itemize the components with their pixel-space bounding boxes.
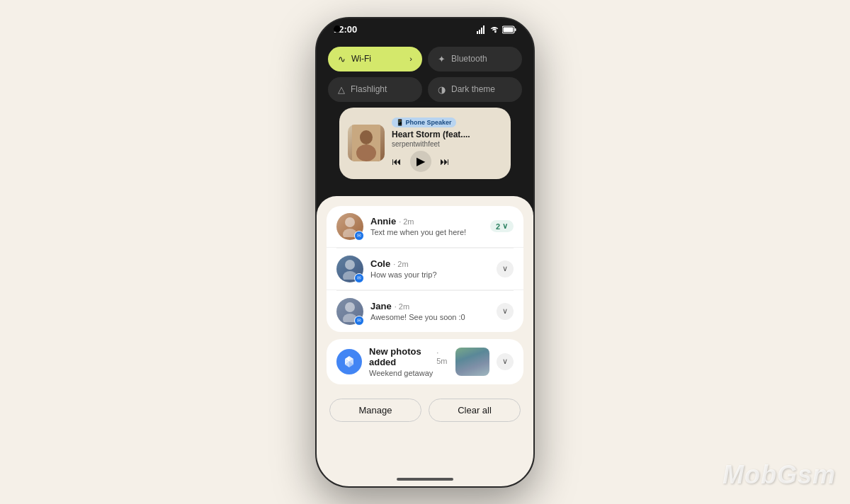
svg-marker-1	[479, 30, 480, 34]
cole-name: Cole	[370, 258, 390, 269]
annie-message: Text me when you get here!	[370, 228, 483, 236]
media-album-art	[348, 125, 385, 161]
dark-theme-tile-icon: ◑	[438, 84, 446, 95]
svg-point-10	[345, 217, 355, 227]
svg-rect-6	[504, 27, 514, 32]
annie-name: Annie	[370, 216, 396, 227]
bluetooth-tile-icon: ✦	[438, 54, 446, 64]
photos-icon-svg	[341, 354, 357, 370]
signal-icon	[477, 25, 487, 34]
media-art-visual	[348, 125, 385, 161]
annie-notif-content: Annie · 2m Text me when you get here!	[370, 216, 483, 236]
media-play-button[interactable]: ▶	[410, 151, 431, 172]
bluetooth-tile-label: Bluetooth	[451, 54, 487, 64]
media-prev-button[interactable]: ⏮	[392, 156, 402, 167]
play-icon: ▶	[416, 154, 425, 168]
media-info: 📱 Phone Speaker Heart Storm (feat.... se…	[392, 115, 502, 172]
phone-icon: 📱	[396, 119, 404, 126]
message-badge-icon: ✉	[357, 233, 361, 239]
jane-name: Jane	[370, 301, 392, 311]
media-title: Heart Storm (feat....	[392, 130, 502, 139]
annie-app-badge: ✉	[354, 231, 364, 241]
svg-marker-3	[483, 25, 484, 34]
notification-jane[interactable]: ✉ Jane · 2m Awesome! See you soon :0 ∨	[327, 291, 523, 332]
dark-theme-tile-label: Dark theme	[451, 84, 495, 94]
cole-time: · 2m	[393, 260, 408, 268]
svg-point-9	[356, 144, 376, 161]
media-next-button[interactable]: ⏭	[440, 156, 450, 167]
bluetooth-tile[interactable]: ✦ Bluetooth	[428, 47, 522, 71]
battery-icon	[502, 25, 516, 34]
photos-title: New photos added	[369, 346, 434, 367]
annie-time: · 2m	[399, 217, 414, 226]
watermark: MobGsm	[722, 460, 836, 490]
photos-time: · 5m	[436, 348, 448, 365]
avatar-annie: ✉	[336, 213, 363, 240]
photos-thumb-visual	[455, 348, 489, 376]
jane-notif-header: Jane · 2m	[370, 301, 489, 311]
svg-point-8	[360, 130, 373, 144]
avatar-cole: ✉	[336, 256, 363, 282]
annie-notif-header: Annie · 2m	[370, 216, 483, 227]
flashlight-tile-icon: △	[338, 84, 345, 95]
photos-notification-group: New photos added · 5m Weekend getaway ∨	[327, 339, 523, 384]
cole-app-badge: ✉	[354, 273, 364, 283]
photos-notification[interactable]: New photos added · 5m Weekend getaway ∨	[327, 339, 523, 384]
quick-settings-panel: ∿ Wi-Fi › ✦ Bluetooth △ Flashlight ◑ Dar…	[317, 41, 533, 196]
notification-cole[interactable]: ✉ Cole · 2m How was your trip? ∨	[327, 248, 523, 290]
media-artist: serpentwithfeet	[392, 140, 502, 148]
flashlight-tile[interactable]: △ Flashlight	[328, 77, 422, 102]
annie-count-badge[interactable]: 2 ∨	[490, 220, 514, 232]
messages-notification-group: ✉ Annie · 2m Text me when you get here! …	[327, 206, 523, 332]
wifi-status-icon	[489, 25, 499, 34]
photos-notif-content: New photos added · 5m Weekend getaway	[369, 346, 448, 377]
manage-button[interactable]: Manage	[329, 399, 421, 422]
wifi-tile[interactable]: ∿ Wi-Fi ›	[328, 47, 422, 71]
photos-subtitle: Weekend getaway	[369, 369, 448, 377]
annie-count: 2	[496, 222, 500, 231]
status-icons	[477, 25, 516, 34]
camera-hole	[334, 25, 341, 33]
cole-expand-button[interactable]: ∨	[497, 260, 514, 277]
notification-annie[interactable]: ✉ Annie · 2m Text me when you get here! …	[327, 206, 523, 248]
qs-row-2: △ Flashlight ◑ Dark theme	[328, 77, 522, 102]
notification-shade: ✉ Annie · 2m Text me when you get here! …	[317, 196, 533, 486]
cole-notif-content: Cole · 2m How was your trip?	[370, 258, 489, 279]
photos-app-icon	[336, 349, 362, 374]
photos-notif-header: New photos added · 5m	[369, 346, 448, 367]
jane-badge-icon: ✉	[357, 318, 361, 323]
status-bar: 12:00	[317, 18, 533, 41]
notification-actions: Manage Clear all	[327, 391, 523, 425]
svg-marker-0	[477, 31, 478, 34]
wifi-tile-label: Wi-Fi	[351, 54, 371, 64]
album-art-svg	[352, 125, 380, 161]
home-indicator[interactable]	[397, 478, 453, 481]
phone-screen: 12:00	[317, 18, 533, 486]
cole-notif-header: Cole · 2m	[370, 258, 489, 269]
media-source-label: Phone Speaker	[406, 119, 452, 126]
media-controls: ⏮ ▶ ⏭	[392, 151, 502, 172]
svg-point-12	[345, 260, 355, 270]
dark-theme-tile[interactable]: ◑ Dark theme	[428, 77, 522, 102]
photos-thumbnail	[455, 348, 489, 376]
jane-notif-content: Jane · 2m Awesome! See you soon :0	[370, 301, 489, 321]
jane-time: · 2m	[395, 302, 409, 311]
cole-message: How was your trip?	[370, 270, 489, 279]
photos-expand-button[interactable]: ∨	[497, 353, 514, 370]
annie-badge-chevron: ∨	[502, 222, 508, 231]
svg-rect-5	[515, 28, 516, 31]
phone-device: 12:00	[315, 17, 535, 488]
svg-marker-2	[481, 28, 482, 34]
media-player: 📱 Phone Speaker Heart Storm (feat.... se…	[339, 108, 511, 179]
jane-expand-button[interactable]: ∨	[497, 303, 514, 320]
qs-row-1: ∿ Wi-Fi › ✦ Bluetooth	[328, 47, 522, 71]
media-source-badge: 📱 Phone Speaker	[392, 118, 456, 127]
jane-app-badge: ✉	[354, 316, 364, 326]
flashlight-tile-label: Flashlight	[351, 84, 387, 94]
clear-all-button[interactable]: Clear all	[429, 399, 521, 422]
wifi-tile-icon: ∿	[338, 54, 346, 64]
svg-point-14	[345, 302, 355, 312]
jane-message: Awesome! See you soon :0	[370, 313, 489, 321]
avatar-jane: ✉	[336, 298, 363, 325]
cole-badge-icon: ✉	[357, 275, 361, 281]
